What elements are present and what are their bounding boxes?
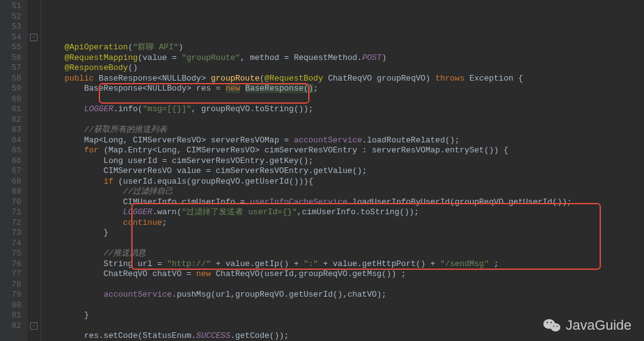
code-line[interactable]: for (Map.Entry<Long, CIMServerResVO> cim…	[45, 146, 644, 156]
code-line[interactable]: @ApiOperation("群聊 API")	[45, 42, 644, 53]
code-line[interactable]: //推送消息	[45, 249, 644, 259]
line-number: 67	[4, 166, 21, 177]
line-number: 58	[4, 74, 21, 84]
code-line[interactable]: CIMServerResVO value = cimServerResVOEnt…	[45, 166, 644, 177]
code-line[interactable]: if (userId.equals(groupReqVO.getUserId()…	[45, 177, 644, 187]
svg-point-5	[556, 326, 558, 327]
code-line[interactable]: String url = "http://" + value.getIp() +…	[45, 259, 644, 270]
line-number: 64	[4, 136, 21, 146]
line-number: 71	[4, 207, 21, 218]
line-number: 79	[4, 290, 21, 300]
fold-toggle[interactable]: −	[30, 34, 38, 41]
line-number: 51	[4, 1, 21, 12]
code-line[interactable]: Long userId = cimServerResVOEntry.getKey…	[45, 156, 644, 167]
code-line[interactable]: LOGGER.warn("过滤掉了发送者 userId={}",cimUserI…	[45, 207, 644, 218]
code-line[interactable]	[45, 300, 644, 311]
svg-point-2	[546, 322, 548, 323]
code-line[interactable]: ChatReqVO chatVO = new ChatReqVO(userId,…	[45, 269, 644, 280]
line-number: 72	[4, 218, 21, 229]
code-line[interactable]: }	[45, 228, 644, 239]
fold-column: −−	[28, 0, 41, 341]
line-number: 82	[4, 321, 21, 332]
code-editor: 5152535455565758596061626364656667686970…	[0, 0, 644, 341]
line-number: 70	[4, 197, 21, 208]
code-line[interactable]	[45, 115, 644, 126]
svg-point-3	[550, 322, 551, 323]
code-line[interactable]: LOGGER.info("msg=[{}]", groupReqVO.toStr…	[45, 104, 644, 115]
line-number: 76	[4, 259, 21, 270]
line-number: 62	[4, 115, 21, 126]
line-number: 61	[4, 104, 21, 115]
line-number: 65	[4, 146, 21, 156]
code-area[interactable]: @ApiOperation("群聊 API") @RequestMapping(…	[41, 0, 644, 341]
code-line[interactable]: //过滤掉自己	[45, 187, 644, 197]
watermark-text: JavaGuide	[566, 317, 631, 334]
line-number-gutter: 5152535455565758596061626364656667686970…	[0, 0, 28, 341]
line-number: 52	[4, 12, 21, 22]
line-number: 63	[4, 125, 21, 136]
line-number: 77	[4, 269, 21, 280]
svg-point-4	[553, 326, 555, 327]
line-number: 54	[4, 32, 21, 43]
line-number: 60	[4, 94, 21, 105]
wechat-icon	[543, 318, 561, 333]
fold-toggle[interactable]: −	[30, 322, 38, 330]
line-number: 68	[4, 177, 21, 187]
line-number: 59	[4, 84, 21, 94]
code-line[interactable]: BaseResponse<NULLBody> res = new BaseRes…	[45, 84, 644, 94]
line-number: 57	[4, 63, 21, 74]
line-number: 55	[4, 42, 21, 53]
line-number: 56	[4, 53, 21, 64]
svg-point-1	[550, 324, 560, 332]
code-line[interactable]	[45, 239, 644, 249]
line-number: 53	[4, 22, 21, 32]
line-number: 78	[4, 280, 21, 290]
code-line[interactable]: Map<Long, CIMServerResVO> serverResVOMap…	[45, 136, 644, 146]
code-line[interactable]: @RequestMapping(value = "groupRoute", me…	[45, 53, 644, 64]
line-number: 75	[4, 249, 21, 259]
code-line[interactable]: CIMUserInfo cimUserInfo = userInfoCacheS…	[45, 197, 644, 208]
code-line[interactable]: public BaseResponse<NULLBody> groupRoute…	[45, 74, 644, 84]
line-number: 66	[4, 156, 21, 167]
code-line[interactable]	[45, 94, 644, 105]
code-line[interactable]: @ResponseBody()	[45, 63, 644, 74]
code-line[interactable]	[45, 280, 644, 290]
line-number: 81	[4, 310, 21, 321]
watermark: JavaGuide	[543, 317, 631, 334]
code-line[interactable]: continue;	[45, 218, 644, 229]
line-number: 74	[4, 239, 21, 249]
code-line[interactable]: //获取所有的推送列表	[45, 125, 644, 136]
line-number: 80	[4, 300, 21, 311]
line-number: 73	[4, 228, 21, 239]
line-number: 69	[4, 187, 21, 197]
code-line[interactable]: accountService.pushMsg(url,groupReqVO.ge…	[45, 290, 644, 300]
